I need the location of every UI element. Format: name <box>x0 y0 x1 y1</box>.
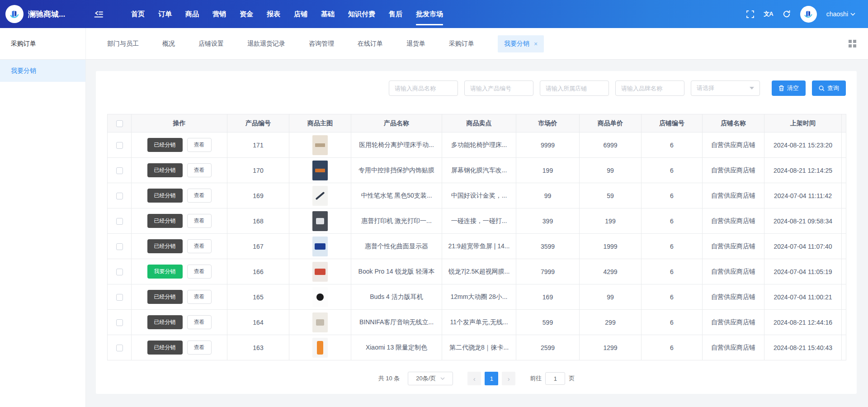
view-button[interactable]: 查看 <box>187 163 212 177</box>
fullscreen-icon[interactable] <box>746 10 754 18</box>
scrollbar-gutter-cell <box>842 259 846 284</box>
phone-thumbnail[interactable] <box>312 338 328 358</box>
tab-部门与员工[interactable]: 部门与员工 <box>107 40 139 48</box>
distribute-status-button[interactable]: 已经分销 <box>147 189 183 203</box>
page-number-current[interactable]: 1 <box>485 372 498 385</box>
curved-monitor-thumbnail[interactable] <box>312 237 328 256</box>
product-code-input[interactable] <box>464 80 533 96</box>
nav-item-营销[interactable]: 营销 <box>212 0 226 28</box>
view-button[interactable]: 查看 <box>187 138 212 152</box>
table-row: 已经分销查看169中性笔水笔 黑色50支装...中国好设计金奖，...99596… <box>108 183 846 208</box>
laptop-thumbnail[interactable] <box>312 262 328 282</box>
view-button[interactable]: 查看 <box>187 239 212 253</box>
store-input[interactable] <box>540 80 609 96</box>
row-checkbox[interactable] <box>116 345 123 351</box>
nav-item-店铺[interactable]: 店铺 <box>294 0 307 28</box>
row-select-cell <box>108 133 132 158</box>
nav-item-知识付费[interactable]: 知识付费 <box>348 0 375 28</box>
view-button[interactable]: 查看 <box>187 189 212 203</box>
product-image-cell <box>289 284 351 310</box>
nav-item-首页[interactable]: 首页 <box>131 0 145 28</box>
page-size-select[interactable]: 20条/页 <box>408 372 453 385</box>
thumbnail-shape <box>315 143 325 147</box>
listed-time-cell: 2024-08-21 12:44:16 <box>764 310 842 335</box>
tab-在线订单[interactable]: 在线订单 <box>358 40 383 48</box>
listed-time-cell: 2024-07-04 11:07:40 <box>764 234 842 259</box>
row-checkbox[interactable] <box>116 269 123 275</box>
clear-button[interactable]: 清空 <box>772 80 806 96</box>
nav-item-基础[interactable]: 基础 <box>321 0 335 28</box>
distribute-status-button[interactable]: 已经分销 <box>147 315 183 329</box>
product-id-cell: 167 <box>227 234 289 259</box>
tab-店铺设置[interactable]: 店铺设置 <box>198 40 224 48</box>
row-actions: 已经分销查看 <box>135 239 223 253</box>
distribute-status-button[interactable]: 已经分销 <box>147 341 183 355</box>
distribute-status-button[interactable]: 已经分销 <box>147 163 183 177</box>
goto-page-input[interactable] <box>545 372 565 385</box>
product-name-input[interactable] <box>389 80 458 96</box>
column-header: 操作 <box>132 114 227 133</box>
refresh-icon[interactable] <box>783 10 791 18</box>
nav-item-商品[interactable]: 商品 <box>185 0 199 28</box>
user-avatar[interactable] <box>800 6 817 23</box>
tab-退款退货记录[interactable]: 退款退货记录 <box>247 40 285 48</box>
store-id-cell: 6 <box>642 335 703 360</box>
scrollbar-gutter-cell <box>842 335 846 360</box>
row-checkbox[interactable] <box>116 218 123 225</box>
row-actions-cell: 已经分销查看 <box>132 310 227 335</box>
nursing-bed-thumbnail[interactable] <box>312 135 328 155</box>
next-page-button[interactable]: › <box>502 372 515 385</box>
tab-退货单[interactable]: 退货单 <box>406 40 425 48</box>
row-checkbox[interactable] <box>116 243 123 250</box>
distribute-status-button[interactable]: 已经分销 <box>147 138 183 152</box>
pagination: 共 10 条 20条/页 ‹ 1 › 前往 页 <box>107 372 846 385</box>
distribute-status-button[interactable]: 我要分销 <box>147 265 183 279</box>
product-image-cell <box>289 133 351 158</box>
tab-close-icon[interactable]: × <box>534 41 538 47</box>
gel-pen-thumbnail[interactable] <box>312 186 328 206</box>
view-button[interactable]: 查看 <box>187 214 212 228</box>
row-checkbox[interactable] <box>116 167 123 174</box>
distribute-status-button[interactable]: 已经分销 <box>147 290 183 304</box>
tab-我要分销[interactable]: 我要分销× <box>498 35 544 52</box>
view-button[interactable]: 查看 <box>187 265 212 279</box>
row-checkbox[interactable] <box>116 319 123 326</box>
view-button[interactable]: 查看 <box>187 341 212 355</box>
listed-time-cell: 2024-08-21 15:23:20 <box>764 133 842 158</box>
user-menu[interactable]: chaoshi <box>826 10 855 18</box>
nav-item-售后[interactable]: 售后 <box>389 0 402 28</box>
table-row: 已经分销查看165Buds 4 活力版耳机12mm大动圈 28小...16999… <box>108 284 846 310</box>
row-actions-cell: 已经分销查看 <box>132 208 227 234</box>
nav-item-报表[interactable]: 报表 <box>267 0 280 28</box>
car-film-thumbnail[interactable] <box>312 161 328 180</box>
row-checkbox[interactable] <box>116 294 123 301</box>
filter-select[interactable]: 请选择 <box>691 80 760 96</box>
tab-概况[interactable]: 概况 <box>162 40 175 48</box>
column-header: 店铺编号 <box>642 114 703 133</box>
printer-thumbnail[interactable] <box>312 211 328 231</box>
view-button[interactable]: 查看 <box>187 290 212 304</box>
prev-page-button[interactable]: ‹ <box>467 372 481 385</box>
distribute-status-button[interactable]: 已经分销 <box>147 214 183 228</box>
distribute-status-button[interactable]: 已经分销 <box>147 239 183 253</box>
sidebar-item-distribution[interactable]: 我要分销 <box>0 60 85 82</box>
view-button[interactable]: 查看 <box>187 315 212 329</box>
nav-item-订单[interactable]: 订单 <box>158 0 172 28</box>
translate-icon[interactable]: 文A <box>764 10 773 18</box>
nav-item-资金[interactable]: 资金 <box>240 0 253 28</box>
row-checkbox[interactable] <box>116 142 123 149</box>
nav-item-批发市场[interactable]: 批发市场 <box>416 0 443 28</box>
chevron-down-icon <box>440 377 445 380</box>
brand-input[interactable] <box>615 80 684 96</box>
search-button[interactable]: 查询 <box>812 80 846 96</box>
thumbnail-shape <box>315 169 325 172</box>
tab-咨询管理[interactable]: 咨询管理 <box>309 40 334 48</box>
tab-采购订单[interactable]: 采购订单 <box>449 40 474 48</box>
username-label: chaoshi <box>826 10 848 18</box>
row-checkbox[interactable] <box>116 193 123 199</box>
speaker-thumbnail[interactable] <box>312 312 328 332</box>
earbuds-thumbnail[interactable] <box>312 287 328 307</box>
menu-fold-icon[interactable] <box>94 10 103 18</box>
select-all-checkbox[interactable] <box>116 120 123 127</box>
layout-grid-icon[interactable] <box>849 40 856 47</box>
